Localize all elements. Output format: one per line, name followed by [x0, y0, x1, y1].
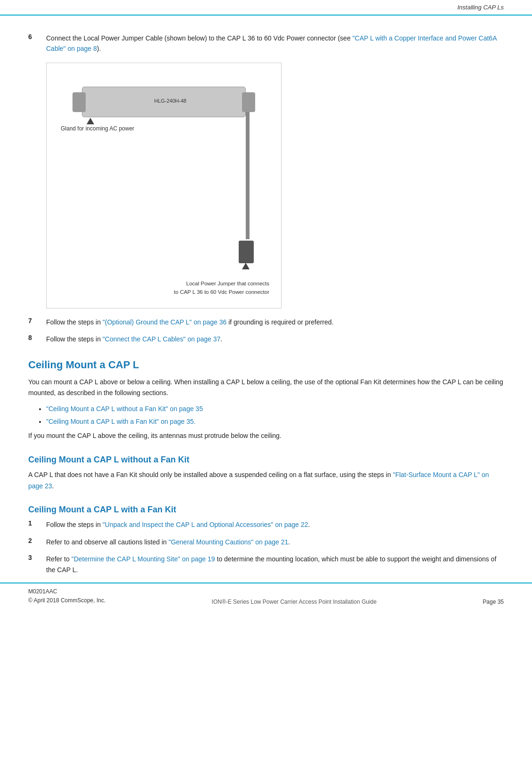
without-fan-body: A CAP L that does not have a Fan Kit sho… [28, 469, 504, 492]
device-label: HLG-240H-48 [154, 98, 186, 104]
without-fan-after: . [52, 482, 54, 490]
arrow-gland [87, 118, 94, 124]
fan-step-2-text: Refer to and observe all cautions listed… [46, 537, 504, 547]
step-8-link[interactable]: "Connect the CAP L Cables" on page 37 [103, 335, 220, 343]
diagram-box: HLG-240H-48 Gland for incoming AC power [46, 63, 282, 308]
fan-step-1-text: Follow the steps in "Unpack and Inspect … [46, 519, 504, 530]
without-fan-heading: Ceiling Mount a CAP L without a Fan Kit [28, 455, 504, 465]
gland-label: Gland for incoming AC power [61, 125, 134, 132]
step-8-before: Follow the steps in [46, 335, 103, 343]
fan-step-3-link[interactable]: "Determine the CAP L Mounting Site" on p… [72, 555, 215, 563]
fan-step-3-text: Refer to "Determine the CAP L Mounting S… [46, 554, 504, 575]
page-footer: M0201AAC © April 2018 CommScope, Inc. IO… [0, 583, 532, 610]
fan-step-2-after: . [288, 538, 290, 546]
page: Installing CAP Ls 6 Connect the Local Po… [0, 0, 532, 610]
diagram-inner: HLG-240H-48 Gland for incoming AC power [56, 73, 272, 299]
step-6-text: Connect the Local Power Jumper Cable (sh… [46, 33, 504, 54]
step-7-link[interactable]: "(Optional) Ground the CAP L" on page 36 [103, 318, 226, 326]
footer-model: M0201AAC [28, 587, 105, 596]
fan-step-2-block: 2 Refer to and observe all cautions list… [28, 537, 504, 547]
with-fan-heading: Ceiling Mount a CAP L with a Fan Kit [28, 505, 504, 515]
step-7-after: if grounding is required or preferred. [226, 318, 333, 326]
step-6-text-after: ). [97, 45, 101, 52]
main-content: 6 Connect the Local Power Jumper Cable (… [28, 33, 504, 575]
step-8-block: 8 Follow the steps in "Connect the CAP L… [28, 334, 504, 344]
fan-step-2-num: 2 [28, 537, 39, 547]
without-fan-before: A CAP L that does not have a Fan Kit sho… [28, 471, 393, 478]
fan-step-3-block: 3 Refer to "Determine the CAP L Mounting… [28, 554, 504, 575]
fan-step-3-num: 3 [28, 554, 39, 575]
fan-step-1-link[interactable]: "Unpack and Inspect the CAP L and Option… [103, 521, 308, 528]
footer-left: M0201AAC © April 2018 CommScope, Inc. [28, 587, 105, 605]
bullet-item-2: "Ceiling Mount a CAP L with a Fan Kit" o… [46, 416, 504, 427]
step-6-number: 6 [28, 33, 39, 54]
bullet-item-1: "Ceiling Mount a CAP L without a Fan Kit… [46, 404, 504, 414]
fan-step-2-link[interactable]: "General Mounting Cautions" on page 21 [169, 538, 288, 546]
step-8-after: . [220, 335, 222, 343]
header-title: Installing CAP Ls [457, 4, 504, 11]
ceiling-mount-heading: Ceiling Mount a CAP L [28, 359, 504, 371]
page-header: Installing CAP Ls [0, 0, 532, 16]
fan-step-1-num: 1 [28, 519, 39, 530]
step-6-text-before: Connect the Local Power Jumper Cable (sh… [46, 34, 353, 42]
footer-right: Page 35 [483, 599, 504, 605]
local-power-label: Local Power Jumper that connects to CAP … [174, 280, 269, 296]
step-6-block: 6 Connect the Local Power Jumper Cable (… [28, 33, 504, 54]
step-8-number: 8 [28, 334, 39, 344]
cable-vertical [246, 112, 250, 239]
ceiling-mount-bullets: "Ceiling Mount a CAP L without a Fan Kit… [46, 404, 504, 427]
fan-step-1-block: 1 Follow the steps in "Unpack and Inspec… [28, 519, 504, 530]
footer-center: ION®-E Series Low Power Carrier Access P… [105, 599, 483, 605]
fan-step-3-before: Refer to [46, 555, 72, 563]
fan-step-1-before: Follow the steps in [46, 521, 103, 528]
fan-step-1-after: . [308, 521, 310, 528]
footer-copyright: © April 2018 CommScope, Inc. [28, 596, 105, 605]
bottom-connector [239, 241, 254, 263]
bullet-2-link[interactable]: "Ceiling Mount a CAP L with a Fan Kit" o… [46, 418, 195, 425]
fan-step-2-before: Refer to and observe all cautions listed… [46, 538, 169, 546]
step-8-text: Follow the steps in "Connect the CAP L C… [46, 334, 504, 344]
step-7-text: Follow the steps in "(Optional) Ground t… [46, 317, 504, 327]
step-7-number: 7 [28, 317, 39, 327]
step-7-before: Follow the steps in [46, 318, 103, 326]
right-connector [242, 92, 255, 112]
ceiling-mount-body1: You can mount a CAP L above or below a c… [28, 377, 504, 399]
ceiling-mount-body2: If you mount the CAP L above the ceiling… [28, 430, 504, 442]
arrow-local-power [242, 263, 250, 269]
bullet-1-link[interactable]: "Ceiling Mount a CAP L without a Fan Kit… [46, 405, 203, 413]
step-7-block: 7 Follow the steps in "(Optional) Ground… [28, 317, 504, 327]
left-connector [73, 92, 86, 112]
